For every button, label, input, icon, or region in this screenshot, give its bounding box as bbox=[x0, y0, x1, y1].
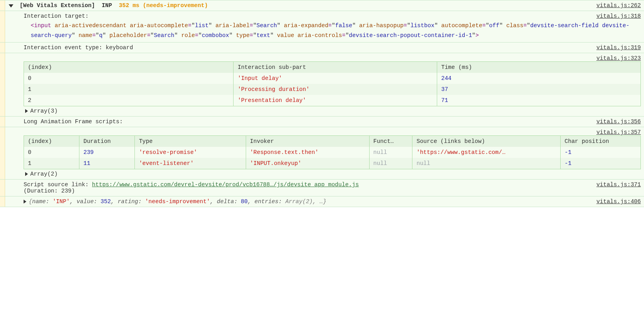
chevron-right-icon bbox=[24, 200, 26, 204]
source-link[interactable]: vitals.js:323 bbox=[596, 55, 641, 61]
cell-function: null bbox=[369, 158, 412, 169]
cell-subpart: 'Presentation delay' bbox=[234, 95, 437, 106]
source-link[interactable]: vitals.js:371 bbox=[596, 182, 641, 188]
cell-index: 1 bbox=[24, 158, 79, 169]
obj-val: Array(2) bbox=[285, 198, 313, 205]
cell-type: 'event-listener' bbox=[135, 158, 246, 169]
label: Interaction target: bbox=[24, 13, 88, 19]
cell-duration: 239 bbox=[79, 147, 135, 158]
interaction-subpart-table: (index)Interaction sub-partTime (ms) 0'I… bbox=[24, 61, 641, 106]
obj-val: 'needs-improvement' bbox=[145, 198, 210, 205]
cell-invoker: 'Response.text.then' bbox=[246, 147, 369, 158]
log-event-type: vitals.js:319 Interaction event type: ke… bbox=[0, 42, 644, 53]
cell-function: null bbox=[369, 147, 412, 158]
expand-icon[interactable] bbox=[9, 4, 13, 7]
table-header: Source (links below) bbox=[412, 136, 561, 147]
source-link[interactable]: vitals.js:356 bbox=[596, 119, 641, 125]
log-script-source: vitals.js:371 Script source link: https:… bbox=[0, 179, 644, 196]
obj-key: , delta: bbox=[210, 198, 241, 205]
target-element-markup[interactable]: <input aria-activedescendant aria-autoco… bbox=[24, 21, 641, 40]
laf-text: Long Animation Frame scripts: bbox=[24, 119, 123, 125]
log-interaction-target: vitals.js:318 Interaction target: <input… bbox=[0, 11, 644, 42]
log-subpart-table: vitals.js:323 (index)Interaction sub-par… bbox=[0, 53, 644, 116]
obj-val: 352 bbox=[101, 198, 111, 205]
cell-charpos: -1 bbox=[560, 158, 640, 169]
cell-time: 71 bbox=[437, 95, 641, 106]
table-header: Interaction sub-part bbox=[234, 62, 437, 73]
table-header: Duration bbox=[79, 136, 135, 147]
cell-index: 1 bbox=[24, 84, 234, 95]
array-expand[interactable]: Array(2) bbox=[24, 171, 641, 177]
script-duration: (Duration: 239) bbox=[24, 188, 75, 194]
source-link[interactable]: vitals.js:262 bbox=[596, 2, 641, 9]
source-link[interactable]: vitals.js:318 bbox=[596, 13, 641, 19]
event-type-text: Interaction event type: keyboard bbox=[24, 44, 133, 51]
table-header: Char position bbox=[560, 136, 640, 147]
obj-key: name: bbox=[32, 198, 53, 205]
chevron-right-icon bbox=[25, 109, 28, 113]
cell-index: 0 bbox=[24, 73, 234, 84]
table-row: 0'Input delay'244 bbox=[24, 73, 641, 84]
metric-value: 352 ms (needs-improvement) bbox=[116, 2, 208, 9]
cell-subpart: 'Input delay' bbox=[234, 73, 437, 84]
cell-source: 'https://www.gstatic.com/… bbox=[412, 147, 561, 158]
table-row: 111'event-listener''INPUT.onkeyup'nullnu… bbox=[24, 158, 641, 169]
obj-key: , rating: bbox=[111, 198, 145, 205]
console-output: vitals.js:262 [Web Vitals Extension] INP… bbox=[0, 0, 644, 207]
cell-type: 'resolve-promise' bbox=[135, 147, 246, 158]
array-label: Array(2) bbox=[30, 171, 58, 177]
obj-val: 'INP' bbox=[53, 198, 70, 205]
table-row: 1'Processing duration'37 bbox=[24, 84, 641, 95]
array-label: Array(3) bbox=[30, 108, 58, 114]
obj-trail: , …} bbox=[313, 198, 326, 205]
cell-subpart: 'Processing duration' bbox=[234, 84, 437, 95]
log-inp-summary: vitals.js:262 [Web Vitals Extension] INP… bbox=[0, 0, 644, 11]
table-row: 0239'resolve-promise''Response.text.then… bbox=[24, 147, 641, 158]
obj-brace: { bbox=[29, 198, 32, 205]
table-header: Funct… bbox=[369, 136, 412, 147]
log-laf-label: vitals.js:356 Long Animation Frame scrip… bbox=[0, 116, 644, 127]
cell-charpos: -1 bbox=[560, 147, 640, 158]
chevron-right-icon bbox=[25, 172, 28, 176]
cell-duration: 11 bbox=[79, 158, 135, 169]
table-row: 2'Presentation delay'71 bbox=[24, 95, 641, 106]
table-header: Time (ms) bbox=[437, 62, 641, 73]
cell-index: 2 bbox=[24, 95, 234, 106]
source-link[interactable]: vitals.js:357 bbox=[596, 129, 641, 135]
cell-index: 0 bbox=[24, 147, 79, 158]
cell-invoker: 'INPUT.onkeyup' bbox=[246, 158, 369, 169]
source-link[interactable]: vitals.js:319 bbox=[596, 44, 641, 51]
cell-source: null bbox=[412, 158, 561, 169]
cell-time: 37 bbox=[437, 84, 641, 95]
log-laf-table: vitals.js:357 (index)DurationTypeInvoker… bbox=[0, 127, 644, 179]
cell-time: 244 bbox=[437, 73, 641, 84]
laf-scripts-table: (index)DurationTypeInvokerFunct…Source (… bbox=[24, 135, 641, 169]
table-header: (index) bbox=[24, 136, 79, 147]
obj-key: , value: bbox=[70, 198, 100, 205]
script-source-label: Script source link: bbox=[24, 182, 92, 188]
metric-name: INP bbox=[98, 2, 112, 9]
log-metric-object[interactable]: vitals.js:406 {name: 'INP', value: 352, … bbox=[0, 196, 644, 207]
source-link[interactable]: vitals.js:406 bbox=[596, 198, 641, 205]
obj-key: , entries: bbox=[248, 198, 285, 205]
script-source-url[interactable]: https://www.gstatic.com/devrel-devsite/p… bbox=[92, 182, 359, 188]
log-prefix: [Web Vitals Extension] bbox=[20, 2, 95, 9]
table-header: (index) bbox=[24, 62, 234, 73]
table-header: Type bbox=[135, 136, 246, 147]
array-expand[interactable]: Array(3) bbox=[24, 108, 641, 114]
table-header: Invoker bbox=[246, 136, 369, 147]
obj-val: 80 bbox=[241, 198, 248, 205]
